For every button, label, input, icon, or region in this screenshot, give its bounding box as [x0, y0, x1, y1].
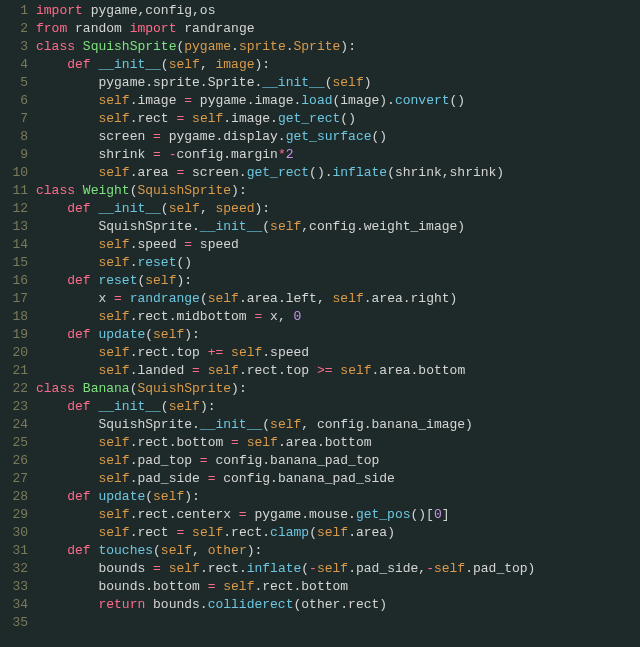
line-number: 21 [0, 362, 28, 380]
code-line: def update(self): [36, 488, 640, 506]
line-number: 23 [0, 398, 28, 416]
code-line: screen = pygame.display.get_surface() [36, 128, 640, 146]
line-number: 1 [0, 2, 28, 20]
code-line: class Weight(SquishSprite): [36, 182, 640, 200]
code-line: def __init__(self, image): [36, 56, 640, 74]
code-line: self.rect = self.rect.clamp(self.area) [36, 524, 640, 542]
code-line: self.rect.centerx = pygame.mouse.get_pos… [36, 506, 640, 524]
line-number: 20 [0, 344, 28, 362]
code-line: bounds.bottom = self.rect.bottom [36, 578, 640, 596]
line-number: 25 [0, 434, 28, 452]
line-number: 14 [0, 236, 28, 254]
code-line: self.rect.top += self.speed [36, 344, 640, 362]
code-line: SquishSprite.__init__(self, config.banan… [36, 416, 640, 434]
code-editor: 1234567891011121314151617181920212223242… [0, 0, 640, 632]
code-line: self.pad_top = config.banana_pad_top [36, 452, 640, 470]
line-number: 2 [0, 20, 28, 38]
code-line: def update(self): [36, 326, 640, 344]
code-line: def reset(self): [36, 272, 640, 290]
line-number: 12 [0, 200, 28, 218]
line-number: 4 [0, 56, 28, 74]
line-number: 29 [0, 506, 28, 524]
code-line: def touches(self, other): [36, 542, 640, 560]
line-number: 32 [0, 560, 28, 578]
line-number: 28 [0, 488, 28, 506]
code-line: self.image = pygame.image.load(image).co… [36, 92, 640, 110]
line-number: 22 [0, 380, 28, 398]
line-number: 11 [0, 182, 28, 200]
code-line: shrink = -config.margin*2 [36, 146, 640, 164]
line-number: 7 [0, 110, 28, 128]
line-number: 18 [0, 308, 28, 326]
code-line: pygame.sprite.Sprite.__init__(self) [36, 74, 640, 92]
code-line: def __init__(self, speed): [36, 200, 640, 218]
code-line: self.landed = self.rect.top >= self.area… [36, 362, 640, 380]
line-number: 26 [0, 452, 28, 470]
code-line: def __init__(self): [36, 398, 640, 416]
line-number: 27 [0, 470, 28, 488]
code-line: self.rect.bottom = self.area.bottom [36, 434, 640, 452]
line-number: 30 [0, 524, 28, 542]
line-number: 17 [0, 290, 28, 308]
code-line: self.rect.midbottom = x, 0 [36, 308, 640, 326]
line-number: 19 [0, 326, 28, 344]
code-line: self.area = screen.get_rect().inflate(sh… [36, 164, 640, 182]
code-line: from random import randrange [36, 20, 640, 38]
line-number: 13 [0, 218, 28, 236]
code-line: SquishSprite.__init__(self,config.weight… [36, 218, 640, 236]
code-area: import pygame,config,osfrom random impor… [36, 2, 640, 632]
line-number: 8 [0, 128, 28, 146]
code-line [36, 614, 640, 632]
line-number: 15 [0, 254, 28, 272]
code-line: self.reset() [36, 254, 640, 272]
code-line: x = randrange(self.area.left, self.area.… [36, 290, 640, 308]
line-number: 24 [0, 416, 28, 434]
line-number: 9 [0, 146, 28, 164]
line-number: 33 [0, 578, 28, 596]
code-line: self.speed = speed [36, 236, 640, 254]
line-number: 6 [0, 92, 28, 110]
line-number: 5 [0, 74, 28, 92]
code-line: return bounds.colliderect(other.rect) [36, 596, 640, 614]
line-number: 31 [0, 542, 28, 560]
code-line: class Banana(SquishSprite): [36, 380, 640, 398]
code-line: import pygame,config,os [36, 2, 640, 20]
line-number: 16 [0, 272, 28, 290]
line-number: 34 [0, 596, 28, 614]
line-number: 35 [0, 614, 28, 632]
code-line: self.pad_side = config.banana_pad_side [36, 470, 640, 488]
line-number-gutter: 1234567891011121314151617181920212223242… [0, 2, 36, 632]
line-number: 10 [0, 164, 28, 182]
code-line: bounds = self.rect.inflate(-self.pad_sid… [36, 560, 640, 578]
line-number: 3 [0, 38, 28, 56]
code-line: self.rect = self.image.get_rect() [36, 110, 640, 128]
code-line: class SquishSprite(pygame.sprite.Sprite)… [36, 38, 640, 56]
